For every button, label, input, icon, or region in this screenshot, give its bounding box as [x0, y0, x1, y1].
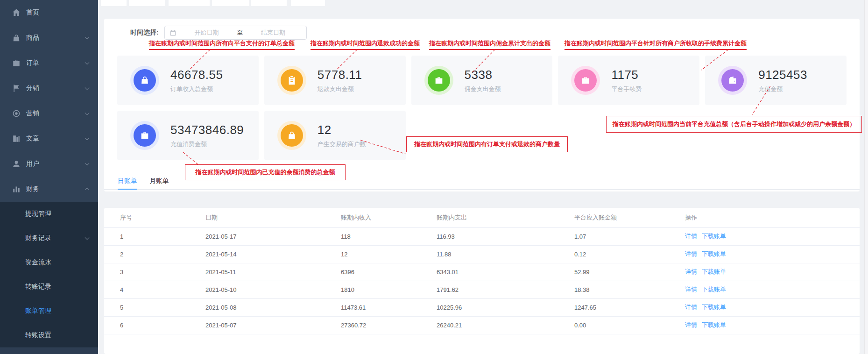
detail-link[interactable]: 详情 — [685, 250, 697, 257]
chevron-down-icon — [85, 35, 90, 40]
bill-table: 序号 日期 账期内收入 账期内支出 平台应入账金额 操作 12021-05-17… — [104, 208, 860, 334]
detail-link[interactable]: 详情 — [685, 233, 697, 240]
table-row: 62021-05-07 27360.7226240.21 0.00 详情下载账单 — [104, 316, 860, 334]
tag-tab[interactable] — [129, 0, 165, 6]
sidebar-item-goods[interactable]: 商品 — [0, 25, 98, 50]
start-date-placeholder: 开始日期 — [178, 28, 235, 37]
end-date-placeholder: 结束日期 — [245, 28, 302, 37]
detail-link[interactable]: 详情 — [685, 268, 697, 275]
target-icon — [12, 109, 21, 118]
stat-card-platform-fee: 1175 平台手续费 — [558, 56, 699, 105]
annotation-recharge-total: 指在账期内或时间范围内当前平台充值总额（含后台手动操作增加或减少的用户余额金额） — [606, 116, 862, 133]
sidebar-item-label: 商品 — [26, 34, 39, 42]
annotation-commission-expense: 指在账期内或时间范围内佣金累计支出的金额 — [429, 39, 550, 50]
stat-card-refund-expense: 5778.11 退款支出金额 — [264, 56, 406, 105]
table-row: 52021-05-08 11473.6110225.96 1247.65 详情下… — [104, 298, 860, 316]
stat-value: 5338 — [465, 68, 501, 82]
sidebar-item-label: 订单 — [26, 59, 39, 67]
sidebar-item-withdrawal-management[interactable]: 提现管理 — [0, 202, 98, 226]
date-separator: 至 — [235, 28, 245, 37]
sidebar-item-home[interactable]: 首页 — [0, 0, 98, 25]
col-header-income: 账期内收入 — [341, 208, 437, 227]
vertical-scrollbar[interactable] — [864, 0, 868, 354]
sidebar-item-finance-records[interactable]: 财务记录 — [0, 226, 98, 250]
sidebar-item-marketing[interactable]: 营销 — [0, 101, 98, 126]
stat-value: 5778.11 — [318, 68, 362, 82]
stat-label: 退款支出金额 — [318, 85, 362, 93]
tab-daily-bill[interactable]: 日账单 — [118, 173, 137, 190]
table-row: 22021-05-14 1211.88 0.12 详情下载账单 — [104, 245, 860, 263]
stat-label: 充值消费金额 — [170, 140, 244, 149]
sidebar-item-distribution[interactable]: 分销 — [0, 76, 98, 101]
bag-icon — [134, 69, 156, 92]
wallet-icon — [721, 69, 744, 92]
finance-submenu: 提现管理 财务记录 资金流水 转账记录 账单管理 转账设置 — [0, 202, 98, 347]
stat-card-order-income: 46678.55 订单收入总金额 — [117, 56, 259, 105]
stat-value: 46678.55 — [170, 68, 223, 82]
col-header-index: 序号 — [104, 208, 205, 227]
flag-icon — [12, 84, 21, 92]
annotation-recharge-consumption: 指在账期内或时间范围内已充值的余额消费的总金额 — [185, 164, 346, 180]
sidebar-item-finance[interactable]: 财务 — [0, 177, 98, 202]
table-row: 32021-05-11 63966343.01 52.99 详情下载账单 — [104, 263, 860, 281]
stat-card-commission-expense: 5338 佣金支出金额 — [411, 56, 553, 105]
tag-tab[interactable] — [169, 0, 210, 6]
table-row: 42021-05-10 18101791.62 18.38 详情下载账单 — [104, 281, 860, 298]
sidebar-item-label: 用户 — [26, 160, 39, 168]
chevron-down-icon — [85, 136, 90, 141]
col-header-actions: 操作 — [685, 208, 860, 227]
briefcase-icon — [574, 69, 597, 92]
sidebar-footer-strip — [0, 348, 98, 354]
stat-card-trading-merchants: 12 产生交易的商户数 — [264, 111, 406, 160]
detail-link[interactable]: 详情 — [685, 304, 697, 311]
tag-tab[interactable] — [291, 0, 325, 6]
sidebar-item-fund-flow[interactable]: 资金流水 — [0, 250, 98, 275]
stat-card-recharge-consumption: 53473846.89 充值消费金额 — [117, 111, 259, 160]
stat-label: 佣金支出金额 — [465, 85, 501, 93]
sidebar-item-label: 分销 — [26, 84, 39, 92]
chevron-down-icon — [85, 85, 90, 90]
table-header-row: 序号 日期 账期内收入 账期内支出 平台应入账金额 操作 — [104, 208, 860, 227]
stat-value: 9125453 — [758, 68, 807, 82]
download-bill-link[interactable]: 下载账单 — [702, 250, 726, 257]
briefcase-icon — [134, 124, 156, 147]
tag-tab[interactable] — [101, 0, 127, 6]
tag-tab[interactable] — [212, 0, 249, 6]
tab-monthly-bill[interactable]: 月账单 — [149, 173, 169, 190]
sidebar-item-articles[interactable]: 文章 — [0, 126, 98, 151]
sidebar-item-transfer-settings[interactable]: 转账设置 — [0, 323, 98, 347]
user-icon — [12, 160, 21, 168]
stat-label: 订单收入总金额 — [170, 85, 223, 93]
stat-value: 12 — [318, 123, 366, 137]
sidebar-item-label: 文章 — [26, 135, 39, 143]
bill-table-panel: 序号 日期 账期内收入 账期内支出 平台应入账金额 操作 12021-05-17… — [104, 208, 860, 354]
stat-label: 充值金额 — [758, 85, 807, 93]
billing-management-page: 首页 商品 订单 分销 营销 文章 用户 — [0, 0, 868, 354]
detail-link[interactable]: 详情 — [685, 286, 697, 293]
bag-icon — [281, 124, 303, 147]
date-filter: 时间选择: 开始日期 至 结束日期 — [130, 26, 307, 40]
detail-link[interactable]: 详情 — [685, 321, 697, 328]
chevron-down-icon — [85, 161, 90, 166]
col-header-expense: 账期内支出 — [437, 208, 574, 227]
download-bill-link[interactable]: 下载账单 — [702, 286, 726, 293]
sidebar-item-transfer-records[interactable]: 转账记录 — [0, 275, 98, 299]
tag-tab[interactable] — [251, 0, 287, 6]
col-header-platform-amount: 平台应入账金额 — [574, 208, 685, 227]
date-range-input[interactable]: 开始日期 至 结束日期 — [164, 26, 307, 40]
chevron-down-icon — [85, 60, 90, 65]
download-bill-link[interactable]: 下载账单 — [702, 304, 726, 311]
annotation-trading-merchants: 指在账期内或时间范围内有订单支付或退款的商户数量 — [406, 136, 568, 152]
sidebar-item-users[interactable]: 用户 — [0, 151, 98, 177]
article-icon — [12, 135, 21, 143]
sidebar-item-orders[interactable]: 订单 — [0, 50, 98, 76]
chevron-up-icon — [85, 187, 90, 192]
download-bill-link[interactable]: 下载账单 — [702, 233, 726, 240]
calendar-icon — [169, 29, 176, 36]
bag-icon — [12, 34, 21, 42]
chevron-down-icon — [85, 235, 90, 240]
download-bill-link[interactable]: 下载账单 — [702, 321, 726, 328]
sidebar-item-bill-management[interactable]: 账单管理 — [0, 299, 98, 323]
download-bill-link[interactable]: 下载账单 — [702, 268, 726, 275]
briefcase-icon — [428, 69, 450, 92]
